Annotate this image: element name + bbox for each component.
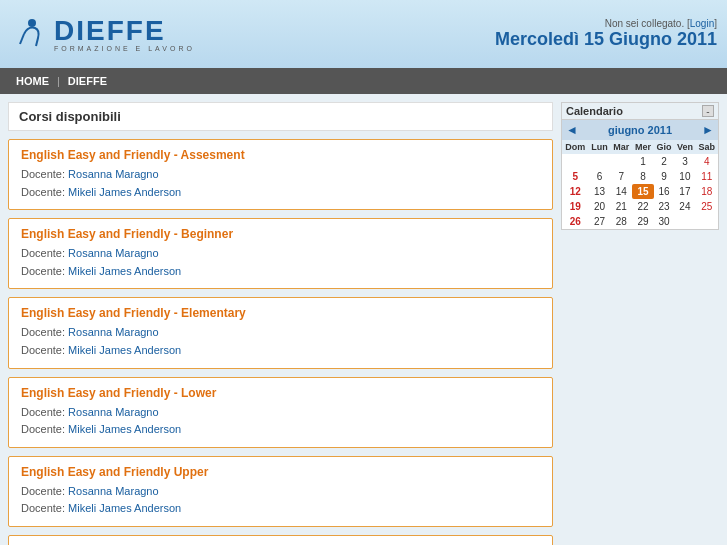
course-docente2: Docente: Mikeli James Anderson xyxy=(21,500,540,518)
calendar-day-cell[interactable]: 27 xyxy=(588,214,610,229)
calendar-panel: Calendario - ◄ giugno 2011 ► DomLunMarMe… xyxy=(561,102,719,545)
calendar-day-cell[interactable]: 15 xyxy=(632,184,654,199)
calendar-day-cell xyxy=(588,154,610,169)
calendar-day-cell xyxy=(562,154,588,169)
docente1-name: Rosanna Maragno xyxy=(68,485,159,497)
docente2-name: Mikeli James Anderson xyxy=(68,186,181,198)
course-title[interactable]: English Easy and Friendly - Assesment xyxy=(21,148,540,162)
calendar-day-cell[interactable]: 26 xyxy=(562,214,588,229)
calendar-day-header: Lun xyxy=(588,140,610,154)
login-info: Non sei collegato. [Login] xyxy=(495,18,717,29)
calendar-day-cell[interactable]: 6 xyxy=(588,169,610,184)
calendar-day-cell[interactable]: 21 xyxy=(611,199,633,214)
docente1-name: Rosanna Maragno xyxy=(68,168,159,180)
calendar-day-cell[interactable]: 8 xyxy=(632,169,654,184)
calendar-day-cell[interactable]: 17 xyxy=(674,184,696,199)
course-docente2: Docente: Mikeli James Anderson xyxy=(21,421,540,439)
docente2-name: Mikeli James Anderson xyxy=(68,502,181,514)
calendar-prev-button[interactable]: ◄ xyxy=(566,123,578,137)
main-content: Corsi disponibili English Easy and Frien… xyxy=(0,94,727,545)
calendar-week-row: 12131415161718 xyxy=(562,184,718,199)
course-docente1: Docente: Rosanna Maragno xyxy=(21,245,540,263)
calendar-day-cell[interactable]: 7 xyxy=(611,169,633,184)
docente1-name: Rosanna Maragno xyxy=(68,326,159,338)
course-docente2: Docente: Mikeli James Anderson xyxy=(21,263,540,281)
calendar-week-row: 1234 xyxy=(562,154,718,169)
course-docente1: Docente: Rosanna Maragno xyxy=(21,324,540,342)
course-docente2: Docente: Mikeli James Anderson xyxy=(21,184,540,202)
calendar-day-cell[interactable]: 22 xyxy=(632,199,654,214)
courses-panel: Corsi disponibili English Easy and Frien… xyxy=(8,102,553,545)
calendar-day-header: Dom xyxy=(562,140,588,154)
course-title[interactable]: English Easy and Friendly Upper xyxy=(21,465,540,479)
calendar-day-cell[interactable]: 18 xyxy=(696,184,718,199)
docente1-name: Rosanna Maragno xyxy=(68,406,159,418)
calendar-day-cell[interactable]: 23 xyxy=(654,199,674,214)
calendar-day-cell[interactable]: 13 xyxy=(588,184,610,199)
course-docente1: Docente: Rosanna Maragno xyxy=(21,404,540,422)
calendar-day-cell[interactable]: 5 xyxy=(562,169,588,184)
calendar-day-cell[interactable]: 2 xyxy=(654,154,674,169)
logo-area: DIEFFE FORMAZIONE E LAVORO xyxy=(10,16,195,52)
current-date: Mercoledì 15 Giugno 2011 xyxy=(495,29,717,50)
calendar-day-header: Ven xyxy=(674,140,696,154)
logo-text: DIEFFE FORMAZIONE E LAVORO xyxy=(54,17,195,52)
calendar-body: 1234567891011121314151617181920212223242… xyxy=(562,154,718,229)
calendar-day-cell xyxy=(696,214,718,229)
calendar-day-cell[interactable]: 28 xyxy=(611,214,633,229)
course-card[interactable]: English Easy and Friendly - Beginner Doc… xyxy=(8,218,553,289)
course-title[interactable]: English Easy and Friendly - Lower xyxy=(21,386,540,400)
course-card[interactable]: English Easy and Friendly - Lower Docent… xyxy=(8,377,553,448)
calendar-day-cell[interactable]: 4 xyxy=(696,154,718,169)
calendar-day-cell[interactable]: 20 xyxy=(588,199,610,214)
calendar-day-header: Sab xyxy=(696,140,718,154)
calendar-next-button[interactable]: ► xyxy=(702,123,714,137)
header-right: Non sei collegato. [Login] Mercoledì 15 … xyxy=(495,18,717,50)
calendar-month: giugno 2011 xyxy=(578,124,702,136)
logo-subtitle: FORMAZIONE E LAVORO xyxy=(54,45,195,52)
calendar-day-cell[interactable]: 10 xyxy=(674,169,696,184)
logo-dieffe: DIEFFE xyxy=(54,17,195,45)
calendar-day-header: Mer xyxy=(632,140,654,154)
calendar-day-cell xyxy=(611,154,633,169)
calendar-day-header: Gio xyxy=(654,140,674,154)
calendar-day-cell xyxy=(674,214,696,229)
course-card[interactable]: English Easy and Friendly - Advanced Doc… xyxy=(8,535,553,545)
course-docente1: Docente: Rosanna Maragno xyxy=(21,166,540,184)
calendar-grid: DomLunMarMerGioVenSab 123456789101112131… xyxy=(562,140,718,229)
course-card[interactable]: English Easy and Friendly - Assesment Do… xyxy=(8,139,553,210)
svg-point-0 xyxy=(28,19,36,27)
calendar-title: Calendario xyxy=(566,105,623,117)
calendar-day-cell[interactable]: 29 xyxy=(632,214,654,229)
calendar-day-cell[interactable]: 30 xyxy=(654,214,674,229)
calendar: Calendario - ◄ giugno 2011 ► DomLunMarMe… xyxy=(561,102,719,230)
calendar-day-header: Mar xyxy=(611,140,633,154)
courses-list: English Easy and Friendly - Assesment Do… xyxy=(8,139,553,545)
calendar-week-row: 567891011 xyxy=(562,169,718,184)
course-card[interactable]: English Easy and Friendly - Elementary D… xyxy=(8,297,553,368)
calendar-nav: ◄ giugno 2011 ► xyxy=(562,120,718,140)
nav-item-home[interactable]: HOME xyxy=(8,68,57,94)
calendar-week-row: 19202122232425 xyxy=(562,199,718,214)
calendar-day-cell[interactable]: 11 xyxy=(696,169,718,184)
page-header: DIEFFE FORMAZIONE E LAVORO Non sei colle… xyxy=(0,0,727,68)
calendar-day-cell[interactable]: 25 xyxy=(696,199,718,214)
calendar-day-cell[interactable]: 19 xyxy=(562,199,588,214)
course-title[interactable]: English Easy and Friendly - Elementary xyxy=(21,306,540,320)
calendar-collapse-button[interactable]: - xyxy=(702,105,714,117)
calendar-day-cell[interactable]: 3 xyxy=(674,154,696,169)
docente1-name: Rosanna Maragno xyxy=(68,247,159,259)
course-card[interactable]: English Easy and Friendly Upper Docente:… xyxy=(8,456,553,527)
course-title[interactable]: English Easy and Friendly - Beginner xyxy=(21,227,540,241)
login-link[interactable]: Login xyxy=(690,18,714,29)
calendar-days-header: DomLunMarMerGioVenSab xyxy=(562,140,718,154)
calendar-day-cell[interactable]: 24 xyxy=(674,199,696,214)
calendar-day-cell[interactable]: 14 xyxy=(611,184,633,199)
docente2-name: Mikeli James Anderson xyxy=(68,423,181,435)
nav-item-dieffe[interactable]: DIEFFE xyxy=(60,68,115,94)
calendar-day-cell[interactable]: 1 xyxy=(632,154,654,169)
docente2-name: Mikeli James Anderson xyxy=(68,344,181,356)
calendar-day-cell[interactable]: 16 xyxy=(654,184,674,199)
calendar-day-cell[interactable]: 12 xyxy=(562,184,588,199)
calendar-day-cell[interactable]: 9 xyxy=(654,169,674,184)
